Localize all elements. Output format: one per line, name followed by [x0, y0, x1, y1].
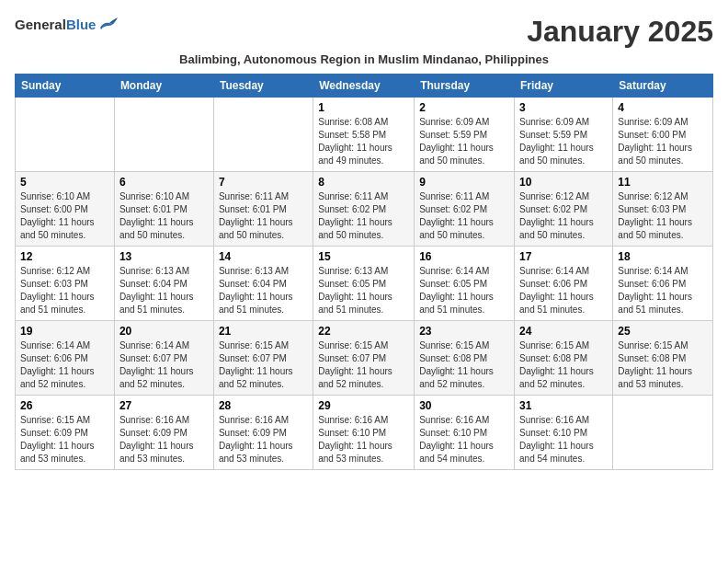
calendar-cell: 12Sunrise: 6:12 AM Sunset: 6:03 PM Dayli… — [16, 247, 115, 321]
day-info: Sunrise: 6:16 AM Sunset: 6:09 PM Dayligh… — [119, 414, 209, 465]
calendar-cell: 9Sunrise: 6:11 AM Sunset: 6:02 PM Daylig… — [415, 172, 515, 247]
calendar-cell — [16, 98, 115, 172]
logo: GeneralBlue — [15, 15, 119, 35]
day-number: 7 — [219, 176, 308, 189]
day-number: 10 — [519, 176, 608, 189]
calendar-cell: 10Sunrise: 6:12 AM Sunset: 6:02 PM Dayli… — [515, 172, 613, 247]
day-number: 27 — [119, 399, 209, 412]
calendar-cell: 6Sunrise: 6:10 AM Sunset: 6:01 PM Daylig… — [114, 172, 213, 247]
day-number: 16 — [419, 250, 509, 263]
calendar-week-row: 12Sunrise: 6:12 AM Sunset: 6:03 PM Dayli… — [16, 247, 713, 321]
calendar-week-row: 26Sunrise: 6:15 AM Sunset: 6:09 PM Dayli… — [16, 396, 713, 470]
day-number: 26 — [20, 399, 109, 412]
day-number: 23 — [419, 325, 509, 338]
calendar-cell: 1Sunrise: 6:08 AM Sunset: 5:58 PM Daylig… — [313, 98, 415, 172]
calendar-cell: 26Sunrise: 6:15 AM Sunset: 6:09 PM Dayli… — [16, 396, 115, 470]
day-number: 6 — [119, 176, 209, 189]
day-info: Sunrise: 6:08 AM Sunset: 5:58 PM Dayligh… — [318, 116, 409, 167]
day-info: Sunrise: 6:16 AM Sunset: 6:10 PM Dayligh… — [318, 414, 409, 465]
day-info: Sunrise: 6:14 AM Sunset: 6:06 PM Dayligh… — [618, 265, 708, 316]
calendar-cell: 18Sunrise: 6:14 AM Sunset: 6:06 PM Dayli… — [613, 247, 713, 321]
logo-general-text: GeneralBlue — [15, 17, 96, 33]
day-info: Sunrise: 6:16 AM Sunset: 6:09 PM Dayligh… — [219, 414, 308, 465]
day-info: Sunrise: 6:12 AM Sunset: 6:03 PM Dayligh… — [20, 265, 109, 316]
day-info: Sunrise: 6:13 AM Sunset: 6:05 PM Dayligh… — [318, 265, 409, 316]
day-info: Sunrise: 6:13 AM Sunset: 6:04 PM Dayligh… — [119, 265, 209, 316]
day-info: Sunrise: 6:11 AM Sunset: 6:01 PM Dayligh… — [219, 190, 308, 242]
month-title: January 2025 — [527, 15, 713, 49]
day-info: Sunrise: 6:15 AM Sunset: 6:08 PM Dayligh… — [519, 339, 608, 391]
day-number: 4 — [618, 101, 708, 114]
calendar-cell: 19Sunrise: 6:14 AM Sunset: 6:06 PM Dayli… — [16, 321, 115, 396]
day-number: 2 — [419, 101, 509, 114]
calendar-cell: 21Sunrise: 6:15 AM Sunset: 6:07 PM Dayli… — [213, 321, 313, 396]
day-of-week-header: Wednesday — [313, 75, 415, 98]
calendar-cell: 2Sunrise: 6:09 AM Sunset: 5:59 PM Daylig… — [415, 98, 515, 172]
page-container: GeneralBlue January 2025 Balimbing, Auto… — [15, 15, 713, 470]
day-of-week-header: Thursday — [415, 75, 515, 98]
day-number: 17 — [519, 250, 608, 263]
calendar-week-row: 5Sunrise: 6:10 AM Sunset: 6:00 PM Daylig… — [16, 172, 713, 247]
calendar-week-row: 1Sunrise: 6:08 AM Sunset: 5:58 PM Daylig… — [16, 98, 713, 172]
day-info: Sunrise: 6:13 AM Sunset: 6:04 PM Dayligh… — [219, 265, 308, 316]
day-number: 20 — [119, 325, 209, 338]
day-number: 9 — [419, 176, 509, 189]
day-info: Sunrise: 6:12 AM Sunset: 6:02 PM Dayligh… — [519, 190, 608, 242]
calendar-cell: 3Sunrise: 6:09 AM Sunset: 5:59 PM Daylig… — [515, 98, 613, 172]
day-info: Sunrise: 6:14 AM Sunset: 6:06 PM Dayligh… — [20, 339, 109, 391]
logo-bird-icon — [98, 15, 119, 35]
calendar-cell: 11Sunrise: 6:12 AM Sunset: 6:03 PM Dayli… — [613, 172, 713, 247]
calendar-week-row: 19Sunrise: 6:14 AM Sunset: 6:06 PM Dayli… — [16, 321, 713, 396]
day-number: 19 — [20, 325, 109, 338]
day-number: 14 — [219, 250, 308, 263]
day-info: Sunrise: 6:15 AM Sunset: 6:08 PM Dayligh… — [618, 339, 708, 391]
day-info: Sunrise: 6:14 AM Sunset: 6:05 PM Dayligh… — [419, 265, 509, 316]
day-number: 31 — [519, 399, 608, 412]
day-info: Sunrise: 6:11 AM Sunset: 6:02 PM Dayligh… — [318, 190, 409, 242]
day-number: 25 — [618, 325, 708, 338]
day-number: 24 — [519, 325, 608, 338]
calendar-cell: 14Sunrise: 6:13 AM Sunset: 6:04 PM Dayli… — [213, 247, 313, 321]
day-info: Sunrise: 6:14 AM Sunset: 6:06 PM Dayligh… — [519, 265, 608, 316]
calendar-cell: 4Sunrise: 6:09 AM Sunset: 6:00 PM Daylig… — [613, 98, 713, 172]
day-number: 18 — [618, 250, 708, 263]
day-number: 13 — [119, 250, 209, 263]
calendar-cell — [613, 396, 713, 470]
calendar-cell: 25Sunrise: 6:15 AM Sunset: 6:08 PM Dayli… — [613, 321, 713, 396]
day-info: Sunrise: 6:12 AM Sunset: 6:03 PM Dayligh… — [618, 190, 708, 242]
calendar-cell: 20Sunrise: 6:14 AM Sunset: 6:07 PM Dayli… — [114, 321, 213, 396]
calendar-cell: 8Sunrise: 6:11 AM Sunset: 6:02 PM Daylig… — [313, 172, 415, 247]
day-of-week-header: Saturday — [613, 75, 713, 98]
day-number: 30 — [419, 399, 509, 412]
calendar-cell: 23Sunrise: 6:15 AM Sunset: 6:08 PM Dayli… — [415, 321, 515, 396]
calendar-cell: 30Sunrise: 6:16 AM Sunset: 6:10 PM Dayli… — [415, 396, 515, 470]
day-number: 29 — [318, 399, 409, 412]
calendar-cell: 5Sunrise: 6:10 AM Sunset: 6:00 PM Daylig… — [16, 172, 115, 247]
header: GeneralBlue January 2025 — [15, 15, 713, 49]
calendar-cell: 22Sunrise: 6:15 AM Sunset: 6:07 PM Dayli… — [313, 321, 415, 396]
calendar-cell: 31Sunrise: 6:16 AM Sunset: 6:10 PM Dayli… — [515, 396, 613, 470]
day-of-week-header: Tuesday — [213, 75, 313, 98]
calendar-cell: 27Sunrise: 6:16 AM Sunset: 6:09 PM Dayli… — [114, 396, 213, 470]
day-of-week-header: Friday — [515, 75, 613, 98]
day-number: 28 — [219, 399, 308, 412]
calendar-cell: 24Sunrise: 6:15 AM Sunset: 6:08 PM Dayli… — [515, 321, 613, 396]
day-number: 15 — [318, 250, 409, 263]
day-info: Sunrise: 6:09 AM Sunset: 5:59 PM Dayligh… — [419, 116, 509, 167]
day-number: 3 — [519, 101, 608, 114]
calendar-cell: 29Sunrise: 6:16 AM Sunset: 6:10 PM Dayli… — [313, 396, 415, 470]
day-info: Sunrise: 6:10 AM Sunset: 6:00 PM Dayligh… — [20, 190, 109, 242]
day-info: Sunrise: 6:15 AM Sunset: 6:07 PM Dayligh… — [318, 339, 409, 391]
day-info: Sunrise: 6:11 AM Sunset: 6:02 PM Dayligh… — [419, 190, 509, 242]
day-info: Sunrise: 6:16 AM Sunset: 6:10 PM Dayligh… — [419, 414, 509, 465]
day-info: Sunrise: 6:15 AM Sunset: 6:08 PM Dayligh… — [419, 339, 509, 391]
day-of-week-header: Monday — [114, 75, 213, 98]
day-number: 1 — [318, 101, 409, 114]
day-number: 8 — [318, 176, 409, 189]
calendar-cell — [114, 98, 213, 172]
day-of-week-header: Sunday — [16, 75, 115, 98]
day-number: 5 — [20, 176, 109, 189]
day-number: 21 — [219, 325, 308, 338]
calendar-cell: 7Sunrise: 6:11 AM Sunset: 6:01 PM Daylig… — [213, 172, 313, 247]
day-info: Sunrise: 6:09 AM Sunset: 5:59 PM Dayligh… — [519, 116, 608, 167]
